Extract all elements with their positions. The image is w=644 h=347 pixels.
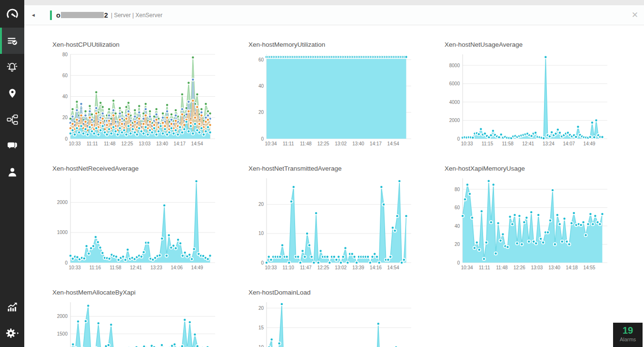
svg-text:13:40: 13:40 [156,141,168,146]
svg-text:60: 60 [62,73,68,78]
chart-host-domain-load: Xen-hostDomainLoad 05101520 [248,289,445,347]
svg-text:14:07: 14:07 [563,141,575,146]
svg-text:11:11: 11:11 [87,141,98,146]
svg-text:11:58: 11:58 [502,141,514,146]
chart-title: Xen-hostDomainLoad [248,289,445,300]
chart-host-mem-allocate-by-xapi: Xen-hostMemAllocateByXapi 05001000150020… [52,289,248,347]
area-chart[interactable]: 0102010:3311:1011:4712:2513:0213:3914:16… [248,176,410,271]
app-logo[interactable] [0,0,24,28]
svg-text:14:17: 14:17 [174,141,186,146]
area-chart[interactable]: 0200040006000800010:3311:1511:5812:4113:… [445,52,606,147]
svg-text:13:03: 13:03 [139,141,150,146]
svg-text:14:49: 14:49 [191,265,203,270]
monitors-list-check-icon [6,35,19,47]
sidebar-item-maps[interactable] [0,80,24,106]
svg-text:11:11: 11:11 [479,265,490,270]
area-chart[interactable]: 05101520 [248,300,410,347]
svg-text:13:02: 13:02 [335,265,347,270]
sidebar-item-users[interactable] [0,159,24,185]
area-chart[interactable]: 02040608010:3311:1111:4812:2513:0313:401… [52,52,214,147]
area-chart[interactable]: 02040608010:3411:1111:4812:2613:0313:401… [445,176,606,271]
chart-host-xapi-memory-usage: Xen-hostXapiMemoryUsage 02040608010:3411… [445,165,641,289]
svg-text:10:34: 10:34 [265,141,277,146]
svg-text:10: 10 [258,231,264,236]
svg-text:80: 80 [62,52,68,57]
sidebar-item-chat[interactable] [0,133,24,159]
svg-text:13:02: 13:02 [335,141,347,146]
sidebar-item-topology[interactable] [0,106,24,133]
svg-text:14:49: 14:49 [584,141,595,146]
area-chart[interactable]: 01000200010:3311:1611:5812:4113:2314:061… [52,176,214,271]
breadcrumb: | Server | XenServer [111,12,162,19]
svg-text:13:24: 13:24 [543,141,555,146]
title-accent-bar [50,10,52,20]
chart-title: Xen-hostNetReceivedAverage [52,165,248,176]
svg-text:14:17: 14:17 [370,141,382,146]
svg-text:10: 10 [258,345,264,347]
back-button[interactable]: ◄ [31,12,38,18]
location-pin-icon [7,88,18,99]
chat-bubbles-icon [6,139,19,152]
close-icon[interactable]: ✕ [630,9,640,21]
svg-text:40: 40 [62,94,68,99]
svg-text:11:15: 11:15 [482,141,494,146]
sidebar-bottom [0,294,24,346]
sidebar-item-monitors[interactable] [0,28,24,54]
empty-grid-cell [445,289,641,347]
sidebar [0,0,24,347]
svg-text:8000: 8000 [449,63,460,68]
xenserver-monitor-page: ◄ o 2 | Server | XenServer ✕ Xen-hostCPU… [0,0,644,347]
svg-text:11:47: 11:47 [300,265,312,270]
svg-text:11:11: 11:11 [283,141,294,146]
svg-text:11:48: 11:48 [104,141,116,146]
svg-text:20: 20 [258,110,264,115]
svg-text:0: 0 [457,136,460,142]
monitor-header: ◄ o 2 | Server | XenServer ✕ [24,5,644,25]
svg-text:10:33: 10:33 [69,141,80,146]
chart-title: Xen-hostCPUUtilization [52,41,248,52]
svg-text:60: 60 [455,205,460,210]
svg-text:20: 20 [455,242,460,247]
sidebar-item-alarms[interactable] [0,54,24,80]
svg-text:10:34: 10:34 [461,265,473,270]
monitor-name: o 2 [56,11,108,19]
alarms-label: Alarms [613,337,643,342]
user-icon [6,166,19,178]
svg-text:13:39: 13:39 [352,265,364,270]
sidebar-item-settings[interactable] [0,320,24,346]
sidebar-item-reports[interactable] [0,294,24,320]
redacted-monitor-name [61,12,104,18]
svg-text:2000: 2000 [57,200,68,205]
svg-text:0: 0 [65,136,68,142]
svg-text:13:23: 13:23 [150,265,162,270]
svg-text:20: 20 [62,115,68,120]
svg-text:10:33: 10:33 [461,141,473,146]
chart-title: Xen-hostMemoryUtilization [248,41,445,52]
area-chart[interactable]: 020406010:3411:1111:4812:2513:0213:4014:… [248,52,410,147]
chart-title: Xen-hostNetUsageAverage [445,41,641,52]
analytics-chart-icon [6,301,19,313]
chart-title: Xen-hostXapiMemoryUsage [445,165,641,176]
gauge-logo-icon [5,7,20,21]
svg-text:12:41: 12:41 [522,141,534,146]
svg-text:14:16: 14:16 [370,265,382,270]
monitor-name-suffix: 2 [104,11,108,19]
chart-host-cpu-utilization: Xen-hostCPUUtilization 02040608010:3311:… [52,41,248,165]
svg-text:10:33: 10:33 [265,265,277,270]
chart-host-net-usage-average: Xen-hostNetUsageAverage 0200040006000800… [445,41,641,165]
svg-text:14:54: 14:54 [387,141,399,146]
charts-grid: Xen-hostCPUUtilization 02040608010:3311:… [24,25,644,347]
svg-text:11:58: 11:58 [110,265,122,270]
svg-text:12:26: 12:26 [514,265,525,270]
chart-title: Xen-hostMemAllocateByXapi [52,289,248,300]
svg-text:40: 40 [455,224,460,229]
svg-text:13:03: 13:03 [531,265,543,270]
svg-text:11:48: 11:48 [496,265,508,270]
svg-text:20: 20 [258,306,264,311]
svg-text:0: 0 [261,136,264,142]
chart-title: Xen-hostNetTransmittedAverage [248,165,445,176]
svg-text:2000: 2000 [57,314,68,319]
area-chart[interactable]: 0500100015002000 [52,300,214,347]
alarms-badge[interactable]: 19 Alarms [613,323,643,347]
charts-panel: Xen-hostCPUUtilization 02040608010:3311:… [24,25,644,347]
